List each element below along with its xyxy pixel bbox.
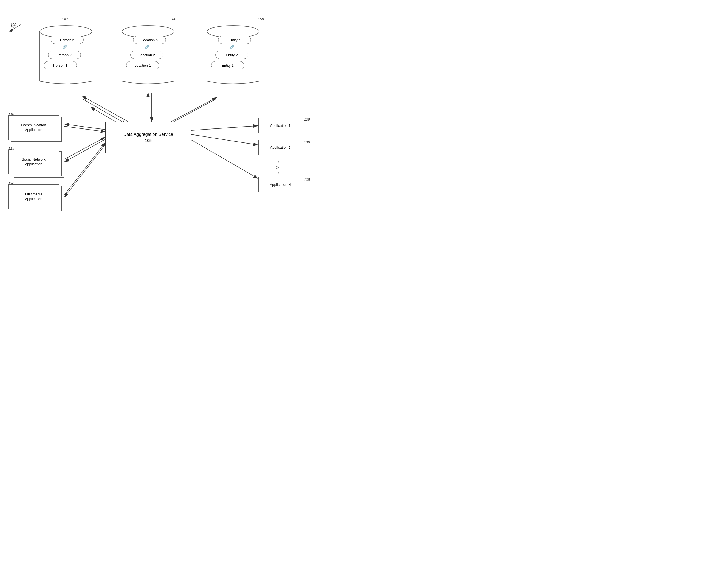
svg-line-16 <box>191 126 258 130</box>
dot1 <box>276 160 279 163</box>
db2-item-location1: Location 1 <box>126 61 159 69</box>
db2-item-location2: Location 2 <box>130 51 163 59</box>
appN-label: Application N <box>270 182 291 187</box>
db1-ref-label: 140 <box>62 17 68 21</box>
svg-line-17 <box>191 134 258 145</box>
svg-line-9 <box>168 99 215 125</box>
db3-link-icon: 🔗 <box>230 45 234 49</box>
social-app-label: Social NetworkApplication <box>22 157 46 166</box>
db1-item-person2: Person 2 <box>48 51 81 59</box>
svg-line-5 <box>82 99 126 124</box>
ref-120-label: 120 <box>8 181 14 185</box>
svg-line-10 <box>64 126 105 132</box>
db3-item-entity1: Entity 1 <box>211 61 244 69</box>
db3-ref-label: 150 <box>258 17 264 21</box>
svg-line-12 <box>64 137 105 159</box>
dot3 <box>276 171 279 174</box>
app2-box: Application 2 <box>258 140 302 155</box>
ref-135-label: 135 <box>304 177 310 182</box>
app1-box: Application 1 <box>258 118 302 133</box>
db2-item-location-n: Location n <box>133 36 166 44</box>
svg-line-15 <box>64 145 105 197</box>
db2-link-icon: 🔗 <box>145 45 149 49</box>
comm-app-main: CommunicationApplication <box>8 115 59 140</box>
multimedia-app-main: MultimediaApplication <box>8 184 59 209</box>
db3-cylinder: Entity n 🔗 Entity 2 Entity 1 <box>206 23 261 89</box>
comm-app-label: CommunicationApplication <box>21 123 46 132</box>
svg-line-13 <box>64 139 105 162</box>
app2-label: Application 2 <box>270 145 290 149</box>
ref-130-label: 130 <box>304 140 310 144</box>
ref-100: 100 <box>10 24 16 28</box>
db2-ref-label: 145 <box>171 17 177 21</box>
db2-cylinder: Location n 🔗 Location 2 Location 1 <box>121 23 176 89</box>
svg-line-18 <box>191 140 258 178</box>
svg-line-8 <box>169 97 217 123</box>
svg-line-3 <box>82 96 129 122</box>
svg-line-14 <box>64 143 105 195</box>
social-app-main: Social NetworkApplication <box>8 149 59 174</box>
app1-label: Application 1 <box>270 123 290 128</box>
central-box: Data Aggregation Service 105 <box>105 122 191 153</box>
svg-line-11 <box>64 124 105 129</box>
svg-line-4 <box>82 96 129 122</box>
db1-link-icon: 🔗 <box>63 45 67 49</box>
diagram-container: 100 Person n 🔗 Person 2 Person 1 140 <box>0 0 364 280</box>
dot2 <box>276 166 279 169</box>
appN-box: Application N <box>258 177 302 192</box>
central-service-title: Data Aggregation Service <box>123 132 173 137</box>
db1-cylinder: Person n 🔗 Person 2 Person 1 <box>38 23 93 89</box>
multimedia-app-label: MultimediaApplication <box>25 192 43 201</box>
ref-110-label: 110 <box>8 112 14 116</box>
ref-115-label: 115 <box>8 146 14 150</box>
central-service-ref: 105 <box>145 138 152 143</box>
ref-125-label: 125 <box>304 117 310 122</box>
db1-item-person-n: Person n <box>51 36 84 44</box>
db1-item-person1: Person 1 <box>44 61 77 69</box>
db3-item-entity-n: Entity n <box>218 36 251 44</box>
db3-item-entity2: Entity 2 <box>215 51 248 59</box>
